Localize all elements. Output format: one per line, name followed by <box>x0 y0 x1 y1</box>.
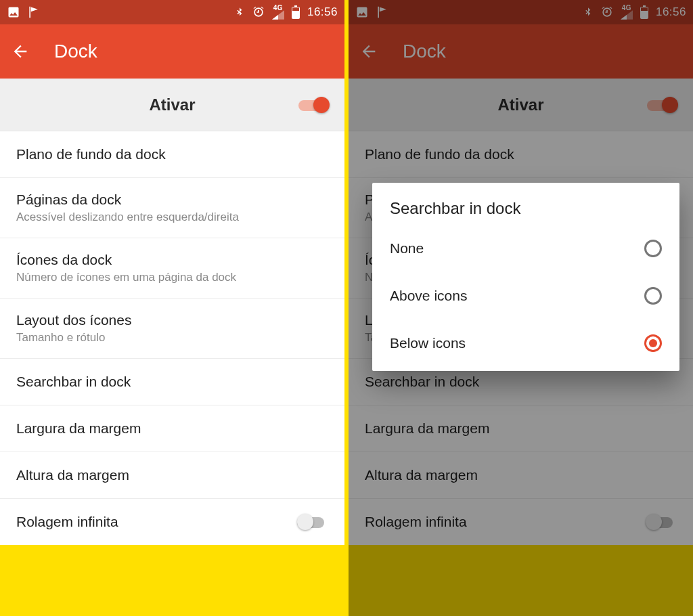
item-subtitle: Acessível deslizando entre esquerda/dire… <box>16 211 328 224</box>
item-title: Altura da margem <box>16 467 328 483</box>
option-label: Above icons <box>390 288 467 304</box>
item-title: Rolagem infinita <box>16 514 328 530</box>
item-title: Páginas da dock <box>16 192 328 208</box>
item-title: Plano de fundo da dock <box>16 146 328 162</box>
dialog-option-above[interactable]: Above icons <box>372 272 679 320</box>
dialog-option-below[interactable]: Below icons <box>372 320 679 367</box>
enable-label: Ativar <box>149 95 195 114</box>
appbar: Dock <box>0 24 344 79</box>
item-margin-width[interactable]: Largura da margem <box>0 405 344 452</box>
searchbar-dialog: Searchbar in dock None Above icons Below… <box>372 183 679 371</box>
item-margin-height[interactable]: Altura da margem <box>0 452 344 499</box>
appbar-title: Dock <box>54 41 97 62</box>
flag-icon <box>27 5 41 19</box>
item-dock-icons[interactable]: Ícones da dock Número de ícones em uma p… <box>0 238 344 299</box>
enable-switch[interactable] <box>298 95 330 114</box>
signal-icon <box>272 10 284 20</box>
item-subtitle: Número de ícones em uma página da dock <box>16 271 328 284</box>
status-time: 16:56 <box>307 5 338 19</box>
radio-selected-icon <box>644 334 662 352</box>
alarm-icon <box>252 5 265 19</box>
phone-left-base: 4G 16:56 Dock Ativar <box>0 0 344 616</box>
item-title: Largura da margem <box>16 420 328 437</box>
phone-left: 4G 16:56 Dock Ativar <box>0 0 344 616</box>
infinite-scroll-switch[interactable] <box>297 512 328 531</box>
item-icon-layout[interactable]: Layout dos ícones Tamanho e rótulo <box>0 299 344 359</box>
radio-icon <box>644 287 662 305</box>
item-subtitle: Tamanho e rótulo <box>16 331 328 345</box>
dialog-title: Searchbar in dock <box>372 199 679 225</box>
settings-list: Ativar Plano de fundo da dock Páginas da… <box>0 79 344 545</box>
picture-icon <box>7 5 20 19</box>
item-title: Layout dos ícones <box>16 312 328 328</box>
radio-icon <box>644 240 662 257</box>
item-title: Searchbar in dock <box>16 374 328 390</box>
signal-indicator: 4G <box>272 5 284 20</box>
item-searchbar-in-dock[interactable]: Searchbar in dock <box>0 359 344 405</box>
dialog-option-none[interactable]: None <box>372 225 679 272</box>
item-dock-background[interactable]: Plano de fundo da dock <box>0 131 344 178</box>
option-label: Below icons <box>390 335 466 351</box>
bluetooth-icon <box>234 5 245 19</box>
statusbar: 4G 16:56 <box>0 0 344 24</box>
back-button[interactable] <box>11 42 43 61</box>
enable-row[interactable]: Ativar <box>0 79 344 131</box>
option-label: None <box>390 240 424 257</box>
arrow-back-icon <box>11 42 30 61</box>
svg-rect-0 <box>292 7 299 11</box>
item-title: Ícones da dock <box>16 252 328 268</box>
item-infinite-scroll[interactable]: Rolagem infinita <box>0 499 344 545</box>
phone-right: 4G 16:56 Dock Ativar <box>349 0 693 616</box>
statusbar-right: 4G 16:56 <box>234 5 338 20</box>
battery-icon <box>291 5 300 19</box>
statusbar-left <box>7 5 41 19</box>
item-dock-pages[interactable]: Páginas da dock Acessível deslizando ent… <box>0 178 344 238</box>
